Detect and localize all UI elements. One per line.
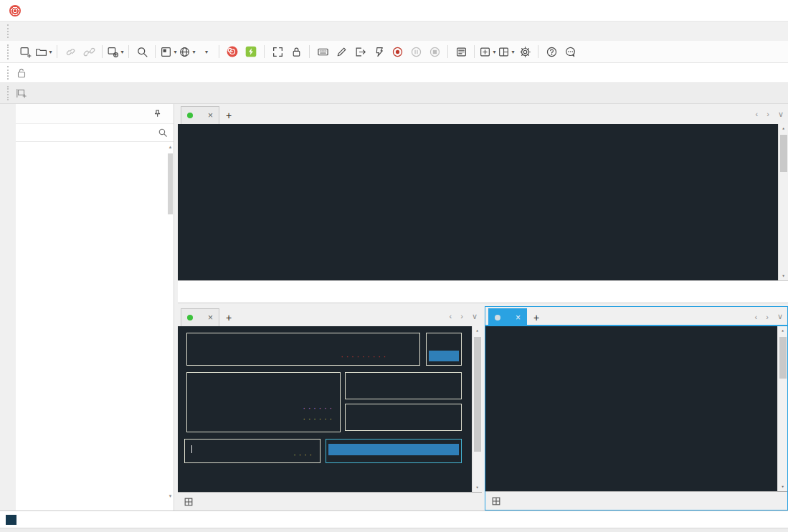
side-tab-strip — [0, 104, 16, 510]
xshell-home-icon[interactable] — [224, 43, 241, 60]
send-text-bar[interactable] — [0, 510, 788, 528]
dropdown-caret-icon[interactable]: ▾ — [511, 49, 514, 55]
scrollbar-thumb[interactable] — [780, 135, 787, 172]
xftp-icon[interactable] — [242, 43, 260, 60]
send-input-icon[interactable] — [351, 43, 369, 60]
session-log-icon[interactable] — [452, 43, 470, 60]
dropdown-caret-icon[interactable]: ▾ — [205, 49, 208, 55]
search-icon[interactable] — [158, 128, 168, 138]
lock-screen-icon[interactable] — [288, 43, 305, 60]
session-search-row[interactable] — [16, 124, 174, 142]
new-tab-button[interactable]: + — [219, 308, 238, 326]
tab-local-shell[interactable]: × — [488, 308, 527, 326]
status-connected-icon — [187, 113, 193, 118]
dropdown-caret-icon[interactable]: ▾ — [174, 49, 176, 55]
fullscreen-icon[interactable] — [269, 43, 286, 60]
encoding-globe-icon[interactable]: ▾ — [179, 43, 196, 60]
scripts-bar — [178, 280, 788, 303]
toolbar-grip[interactable] — [7, 66, 11, 80]
terminal-scrollbar[interactable]: ▴ ▾ — [472, 326, 482, 492]
toolbar-grip[interactable] — [7, 24, 11, 38]
scrollbar-thumb[interactable] — [168, 153, 173, 214]
terminal-scrollbar[interactable]: ▴ ▾ — [778, 124, 788, 280]
record-start-icon[interactable] — [389, 43, 406, 60]
tab-list-icon[interactable]: ∨ — [472, 312, 478, 321]
tile-layout-icon[interactable]: ▾ — [498, 43, 515, 60]
process-row[interactable] — [328, 444, 459, 455]
open-session-icon[interactable]: ▾ — [35, 43, 52, 60]
toolbar-separator — [538, 45, 538, 58]
new-tab-button[interactable]: + — [527, 308, 546, 326]
new-session-icon[interactable] — [16, 43, 34, 60]
tab-list-icon[interactable]: ∨ — [777, 312, 783, 321]
terminal-nscA-01[interactable]: ········· ······ ······ — [178, 326, 482, 492]
network-value — [191, 445, 192, 455]
close-tab-icon[interactable]: × — [208, 313, 213, 323]
new-tab-button[interactable]: + — [219, 106, 238, 124]
tab-next-icon[interactable]: › — [460, 312, 463, 320]
cpu-mode-box — [426, 333, 462, 366]
close-button[interactable] — [755, 0, 788, 21]
top-tab-bar: × + ‹›∨ — [178, 104, 788, 124]
tab-next-icon[interactable]: › — [766, 110, 769, 118]
find-icon[interactable] — [133, 43, 151, 60]
dropdown-caret-icon[interactable]: ▾ — [120, 49, 123, 55]
quick-transfer-icon[interactable]: ▾ — [160, 43, 177, 60]
dropdown-caret-icon[interactable]: ▾ — [493, 49, 495, 55]
tab-nscA-01[interactable]: × — [181, 308, 219, 326]
quick-button-bar[interactable] — [485, 491, 787, 510]
scroll-up-icon[interactable]: ▴ — [778, 328, 787, 333]
scrollbar-thumb[interactable] — [474, 337, 481, 452]
feedback-icon[interactable] — [561, 43, 579, 60]
toolbar-separator — [474, 45, 475, 58]
scroll-up-icon[interactable]: ▴ — [779, 125, 788, 131]
tab-nscB-06[interactable]: × — [181, 106, 219, 124]
options-gear-icon[interactable] — [516, 43, 533, 60]
close-tab-icon[interactable]: × — [516, 313, 521, 323]
tree-scrollbar[interactable]: ▴ ▾ — [167, 143, 174, 500]
maximize-button[interactable] — [722, 0, 755, 21]
scroll-down-icon[interactable]: ▾ — [779, 273, 788, 279]
terminal-scrollbar[interactable]: ▴ ▾ — [777, 326, 787, 491]
toolbar-grip[interactable] — [7, 44, 11, 60]
close-tab-icon[interactable]: × — [208, 110, 213, 120]
scroll-down-icon[interactable]: ▾ — [778, 484, 787, 490]
toolbar-separator — [155, 45, 156, 58]
dropdown-caret-icon[interactable]: ▾ — [49, 49, 52, 55]
add-session-icon[interactable] — [16, 87, 27, 99]
quick-buttons-icon — [184, 497, 194, 507]
all-selected[interactable] — [429, 351, 459, 361]
tab-list-icon[interactable]: ∨ — [778, 110, 784, 119]
cpu-sparkline: ········· — [340, 356, 388, 359]
address-bar[interactable] — [0, 63, 788, 83]
tab-next-icon[interactable]: › — [766, 313, 769, 321]
session-tree — [16, 143, 167, 500]
toolbar-separator — [447, 45, 448, 58]
virtual-keyboard-icon[interactable] — [314, 43, 331, 60]
toolbar-grip[interactable] — [7, 86, 11, 100]
scroll-down-icon[interactable]: ▾ — [167, 493, 174, 499]
help-icon[interactable] — [543, 43, 560, 60]
scrollbar-thumb[interactable] — [779, 337, 787, 379]
status-connected-icon — [187, 315, 193, 320]
compose-icon[interactable] — [333, 43, 350, 60]
new-tab-icon[interactable]: ▾ — [479, 43, 496, 60]
main-area: ▴ ▾ × + ‹›∨ ▴ ▾ — [0, 104, 788, 510]
tab-prev-icon[interactable]: ‹ — [450, 312, 452, 320]
tab-prev-icon[interactable]: ‹ — [756, 110, 759, 118]
terminal-local-shell[interactable]: ▴ ▾ — [485, 326, 787, 491]
scroll-up-icon[interactable]: ▴ — [473, 328, 482, 333]
scroll-up-icon[interactable]: ▴ — [167, 144, 174, 150]
font-icon[interactable]: ▾ — [197, 43, 214, 60]
session-manager-panel: ▴ ▾ — [16, 104, 174, 510]
session-properties-icon[interactable]: ▾ — [107, 43, 124, 60]
tab-prev-icon[interactable]: ‹ — [755, 313, 758, 321]
pin-icon[interactable] — [153, 109, 162, 118]
toolbar-separator — [102, 45, 103, 58]
quick-button-bar[interactable] — [178, 492, 482, 510]
scroll-down-icon[interactable]: ▾ — [473, 485, 482, 490]
dropdown-caret-icon[interactable]: ▾ — [192, 49, 195, 55]
minimize-button[interactable] — [689, 0, 722, 21]
terminal-nscB-06[interactable]: ▴ ▾ — [178, 124, 788, 280]
scroll-page-icon[interactable] — [370, 43, 387, 60]
